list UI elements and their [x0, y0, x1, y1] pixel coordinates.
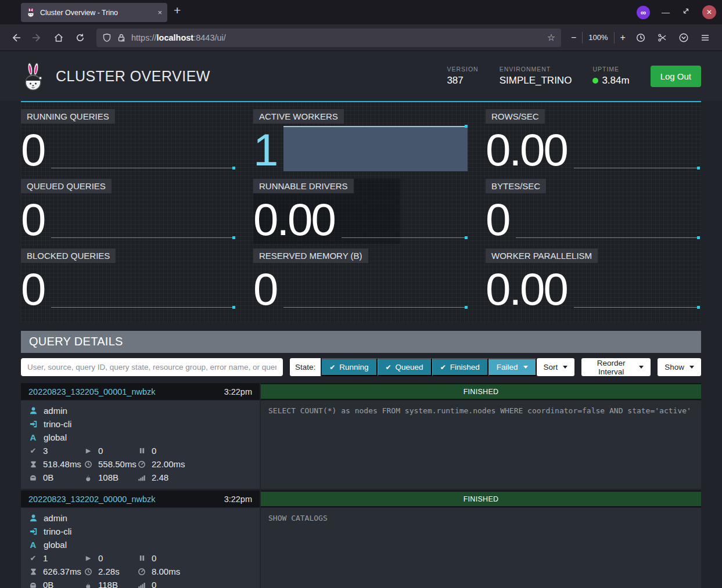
query-sql-text: SHOW CATALOGS — [261, 508, 701, 588]
reload-button[interactable] — [71, 29, 89, 46]
user-icon — [28, 514, 38, 522]
query-stat-value: 0B — [43, 580, 53, 588]
pause-icon — [137, 554, 146, 562]
query-id-link[interactable]: 20220823_132205_00001_nwbzk — [28, 387, 156, 396]
pocket-button[interactable] — [675, 29, 692, 46]
query-stat: ▶0 — [84, 444, 137, 457]
history-button[interactable] — [632, 29, 649, 46]
reorder-interval-dropdown[interactable]: Reorder Interval — [581, 358, 651, 376]
url-bar[interactable]: https://localhost:8443/ui/ ☆ — [96, 28, 561, 47]
metric-card[interactable]: ROWS/SEC 0.00 — [486, 109, 701, 174]
metric-label: BYTES/SEC — [486, 179, 546, 193]
metric-card[interactable]: BLOCKED QUERIES 0 — [21, 248, 236, 313]
query-stat: 518.48ms — [28, 457, 84, 471]
metric-card[interactable]: BYTES/SEC 0 — [486, 179, 701, 244]
query-stats-grid: ✔3 ▶0 0 518.48ms 558.50ms 22.00ms 0B 108… — [28, 444, 252, 484]
state-filter-failed[interactable]: Failed — [488, 358, 537, 376]
state-filter-running[interactable]: ✔Running — [322, 358, 377, 376]
metric-label: QUEUED QUERIES — [21, 179, 112, 193]
app-header: CLUSTER OVERVIEW VERSION 387 ENVIRONMENT… — [0, 51, 722, 101]
metric-card[interactable]: WORKER PARALLELISM 0.00 — [486, 248, 701, 313]
metric-value: 1 — [253, 129, 276, 171]
query-id-link[interactable]: 20220823_132202_00000_nwbzk — [28, 495, 156, 504]
query-stat: 0 — [137, 578, 252, 588]
play-icon: ▶ — [84, 448, 93, 454]
clock-icon — [84, 568, 93, 576]
metric-sparkline — [516, 196, 700, 241]
zoom-out-button[interactable]: − — [571, 33, 576, 43]
version-label: VERSION — [447, 66, 478, 73]
query-stat: ▶0 — [84, 551, 137, 565]
state-filter-queued[interactable]: ✔Queued — [378, 358, 432, 376]
state-filter-finished[interactable]: ✔Finished — [432, 358, 488, 376]
query-stat-value: 8.00ms — [152, 567, 180, 576]
query-list: 20220823_132205_00001_nwbzk 3:22pm FINIS… — [21, 383, 701, 588]
bookmark-star-icon[interactable]: ☆ — [547, 32, 555, 43]
trino-bunny-logo — [21, 62, 46, 92]
new-tab-button[interactable]: + — [174, 3, 181, 17]
query-details-section: QUERY DETAILS State: ✔Running ✔Queued ✔F… — [21, 331, 701, 588]
chevron-down-icon — [689, 366, 694, 369]
metric-card[interactable]: QUEUED QUERIES 0 — [21, 179, 236, 244]
query-stat: ✔1 — [28, 551, 84, 565]
window-close-button[interactable]: ✕ — [702, 5, 716, 19]
query-row: 20220823_132205_00001_nwbzk 3:22pm FINIS… — [21, 383, 701, 489]
screenshot-button[interactable] — [653, 29, 671, 46]
sparkline-point-icon — [232, 236, 235, 239]
url-text[interactable]: https://localhost:8443/ui/ — [131, 33, 542, 42]
back-button[interactable] — [7, 29, 24, 46]
clock-icon — [84, 460, 93, 468]
query-search-input[interactable] — [21, 358, 283, 376]
metric-value: 0.00 — [486, 129, 567, 171]
query-sql-text: SELECT COUNT(*) as nodes FROM system.run… — [261, 401, 701, 489]
query-stat-value: 0 — [98, 446, 103, 456]
home-button[interactable] — [50, 29, 67, 46]
resource-group-icon: A — [28, 433, 38, 442]
query-stat: 118B — [84, 578, 137, 588]
menu-button[interactable] — [696, 29, 714, 46]
show-dropdown[interactable]: Show — [658, 358, 701, 376]
window-restore-button[interactable] — [681, 6, 691, 18]
shield-icon[interactable] — [102, 33, 112, 42]
metric-card[interactable]: RUNNING QUERIES 0 — [21, 109, 236, 174]
query-time: 3:22pm — [224, 495, 252, 504]
version-value: 387 — [447, 75, 478, 86]
query-stat: 0 — [137, 551, 252, 565]
zoom-in-button[interactable]: + — [620, 33, 626, 43]
metric-card[interactable]: RESERVED MEMORY (B) 0 — [253, 248, 469, 313]
sort-dropdown[interactable]: Sort — [537, 358, 575, 376]
zoom-level[interactable]: 100% — [588, 33, 608, 42]
window-minimize-button[interactable]: — — [662, 8, 670, 17]
uptime-label: UPTIME — [592, 66, 629, 73]
metric-value: 0 — [253, 268, 276, 311]
metrics-grid: RUNNING QUERIES 0 ACTIVE WORKERS 1 ROWS/… — [21, 102, 701, 323]
sparkline-point-icon — [232, 306, 235, 309]
query-stat-value: 2.28s — [98, 567, 120, 576]
flame-icon — [84, 474, 93, 482]
query-time: 3:22pm — [224, 387, 252, 396]
query-stat: 558.50ms — [84, 457, 137, 471]
forward-button[interactable] — [28, 29, 46, 46]
chevron-down-icon — [523, 366, 528, 369]
query-stat: 2.28s — [84, 565, 137, 578]
play-icon: ▶ — [84, 555, 93, 561]
metric-label: WORKER PARALLELISM — [486, 248, 598, 263]
source-icon — [28, 420, 38, 428]
query-meta-panel: admin trino-cli Aglobal ✔3 ▶0 0 518.48ms… — [21, 401, 260, 489]
tab-close-icon[interactable]: × — [157, 8, 162, 17]
metric-value: 0 — [21, 268, 44, 311]
query-stat: 0B — [28, 471, 84, 484]
browser-tab[interactable]: Cluster Overview - Trino × — [21, 3, 167, 22]
metric-card[interactable]: RUNNABLE DRIVERS 0.00 — [253, 179, 469, 244]
metric-label: RUNNING QUERIES — [21, 109, 115, 124]
query-stat-value: 626.37ms — [43, 567, 81, 576]
logout-button[interactable]: Log Out — [651, 66, 701, 87]
query-resource-group: Aglobal — [28, 538, 252, 551]
trino-ui-page: CLUSTER OVERVIEW VERSION 387 ENVIRONMENT… — [0, 51, 722, 588]
metric-card[interactable]: ACTIVE WORKERS 1 — [253, 109, 469, 174]
sparkline-point-icon — [697, 236, 700, 239]
lock-warning-icon[interactable] — [117, 33, 126, 42]
check-icon: ✔ — [440, 363, 446, 371]
query-stat: 0B — [28, 578, 84, 588]
browser-tab-strip: Cluster Overview - Trino × + ∞ — ✕ — [0, 0, 722, 24]
